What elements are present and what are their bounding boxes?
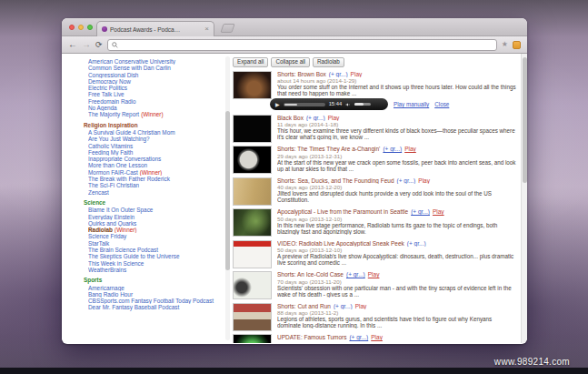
sidebar-item[interactable]: Everyday Einstein [88,214,220,220]
podcast-link[interactable]: Freedomain Radio [88,98,136,105]
episode-thumbnail[interactable] [233,115,272,143]
feed-name-button[interactable]: Radiolab [313,57,344,67]
episode-play-link[interactable]: Play [418,177,430,184]
play-manually-link[interactable]: Play manually [394,101,429,107]
episode-thumbnail[interactable] [233,303,272,331]
podcast-link[interactable]: StarTalk [88,240,109,247]
podcast-link[interactable]: Electric Politics [88,85,127,91]
sidebar-item[interactable]: Science Friday [88,233,220,239]
podcast-link[interactable]: Democracy Now [88,78,131,85]
episode-meta-link[interactable]: (+ gr...) [334,303,353,309]
sidebar-item[interactable]: Congressional Dish [88,72,220,78]
podcast-link[interactable]: Free Talk Live [88,91,125,97]
sidebar-item[interactable]: This Week in Science [88,260,220,267]
minimize-window-button[interactable] [78,25,84,30]
volume-slider[interactable] [354,103,371,106]
podcast-link[interactable]: Common Sense with Dan Carlin [88,65,171,71]
sidebar-item[interactable]: Are You Just Watching? [88,136,220,142]
bookmark-star-icon[interactable]: ★ [502,41,508,48]
sidebar-item[interactable]: Blame It On Outer Space [88,207,220,213]
close-player-link[interactable]: Close [434,101,449,107]
sidebar-item[interactable]: Democracy Now [88,78,220,85]
episode-meta-link[interactable]: (+ gr...) [346,271,365,278]
episode-meta-link[interactable]: (+ gr...) [383,146,402,152]
episode-title-link[interactable]: Shorts: The Times They Are a-Changin' [277,146,380,152]
podcast-link[interactable]: The Break with Father Roderick [88,176,170,182]
podcast-link[interactable]: Americarnage [88,285,125,291]
sidebar-item[interactable]: More than One Lesson [88,162,220,168]
podcast-link[interactable]: The Brain Science Podcast [88,247,158,253]
sidebar-item[interactable]: Feeding My Faith [88,149,220,156]
episode-title-link[interactable]: Apocalyptical - Live from the Paramount … [277,208,408,215]
sidebar-item[interactable]: The Skeptics Guide to the Universe [88,253,220,259]
sidebar-item[interactable]: Inappropriate Conversations [88,156,220,162]
podcast-link[interactable]: Congressional Dish [88,72,138,78]
podcast-link[interactable]: Feeding My Faith [88,149,133,156]
collapse-all-button[interactable]: Collapse all [271,57,310,67]
player-play-icon[interactable]: ▶ [275,102,280,107]
episode-meta-link[interactable]: (+ gr...) [349,334,368,340]
reload-button[interactable]: ⟳ [95,41,103,49]
episode-play-link[interactable]: Play [404,146,416,152]
forward-button[interactable]: → [82,40,91,49]
content-scrollbar-thumb[interactable] [523,57,527,183]
sidebar-item[interactable]: Bang Radio Hour [88,291,220,298]
browser-tab[interactable]: Podcast Awards - Podca… × [96,21,214,36]
podcast-link[interactable]: American Conservative University [88,58,175,65]
episode-title-link[interactable]: VIDEO: Radiolab Live Apocalyptical Sneak… [277,240,404,247]
expand-all-button[interactable]: Expand all [233,57,268,67]
podcast-link[interactable]: A Survival Guide 4 Christian Mom [88,129,175,136]
sidebar-item[interactable]: CBSSports.com Fantasy Football Today Pod… [88,298,220,304]
sidebar-item[interactable]: American Conservative University [88,58,220,65]
podcast-link[interactable]: The Sci-Fi Christian [88,182,139,188]
sidebar-item[interactable]: A Survival Guide 4 Christian Mom [88,129,220,136]
sidebar-item[interactable]: Free Talk Live [88,91,220,97]
sidebar-item[interactable]: The Majority Report(Winner) [88,111,220,117]
episode-thumbnail[interactable] [233,146,272,174]
zoom-window-button[interactable] [87,25,93,30]
tab-close-icon[interactable]: × [204,25,209,33]
episode-title-link[interactable]: Black Box [277,115,304,121]
sidebar-item[interactable]: Dear Mr. Fantasy Baseball Podcast [88,304,220,310]
episode-thumbnail[interactable] [233,240,272,268]
episode-thumbnail[interactable] [233,71,272,99]
sidebar-item[interactable]: The Brain Science Podcast [88,247,220,253]
episode-play-link[interactable]: Play [351,71,363,77]
episode-meta-link[interactable]: (+ gr...) [397,177,416,184]
podcast-link[interactable]: Everyday Einstein [88,214,135,220]
player-progress-bar[interactable] [284,103,325,106]
podcast-link[interactable]: Blame It On Outer Space [88,207,153,213]
sidebar-item[interactable]: Electric Politics [88,85,220,91]
podcast-link[interactable]: Inappropriate Conversations [88,156,161,162]
sidebar-item[interactable]: The Sci-Fi Christian [88,182,220,188]
extension-icon[interactable] [513,41,521,49]
podcast-link[interactable]: No Agenda [88,105,117,111]
episode-thumbnail[interactable] [233,208,272,237]
podcast-link[interactable]: This Week in Science [88,260,144,267]
podcast-link[interactable]: The Skeptics Guide to the Universe [88,253,180,259]
episode-meta-link[interactable]: (+ gr...) [407,240,426,247]
sidebar-item[interactable]: No Agenda [88,105,220,111]
address-bar[interactable] [121,42,493,48]
sidebar-item[interactable]: Mormon FAIR-Cast(Winner) [88,169,220,176]
sidebar-item-radiolab-selected[interactable]: Radiolab(Winner) [88,227,220,233]
episode-title-link[interactable]: Shorts: Brown Box [277,71,326,77]
sidebar-item[interactable]: Americarnage [88,285,220,291]
close-window-button[interactable] [69,25,75,30]
content-scrollbar[interactable] [521,54,527,343]
podcast-link[interactable]: Bang Radio Hour [88,291,133,298]
podcast-link[interactable]: CBSSports.com Fantasy Football Today Pod… [88,298,214,304]
episode-thumbnail[interactable] [233,334,272,343]
sidebar-scrollbar[interactable] [225,56,230,340]
episode-meta-link[interactable]: (+ gr...) [411,208,430,215]
episode-thumbnail[interactable] [233,271,272,299]
podcast-link[interactable]: The Majority Report [88,111,139,117]
podcast-link[interactable]: Quirks and Quarks [88,220,136,227]
podcast-link[interactable]: WeatherBrains [88,267,126,273]
new-tab-button[interactable] [220,24,234,33]
sidebar-item[interactable]: WeatherBrains [88,267,220,273]
episode-play-link[interactable]: Play [328,115,340,121]
podcast-link[interactable]: Catholic Vitamins [88,143,133,149]
podcast-link[interactable]: Radiolab [88,227,113,233]
podcast-link[interactable]: More than One Lesson [88,162,147,168]
